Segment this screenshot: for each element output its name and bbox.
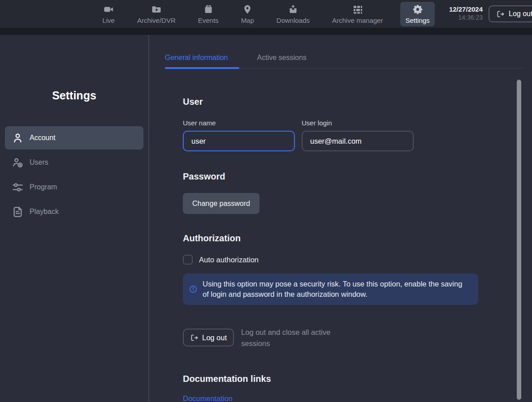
current-date: 12/27/2024: [449, 5, 483, 14]
gear-icon: [412, 4, 423, 15]
authorization-section-title: Authorization: [183, 233, 532, 244]
sidebar-item-users[interactable]: Users: [5, 151, 143, 174]
calendar-icon: [203, 4, 214, 15]
map-pin-icon: [242, 4, 253, 15]
auto-authorization-row: Auto authorization: [183, 255, 532, 265]
nav-item-map[interactable]: Map: [236, 2, 259, 26]
sidebar-title: Settings: [0, 89, 148, 102]
top-bar: Live Archive/DVR Events Map Downloads: [0, 0, 532, 28]
tab-active-sessions[interactable]: Active sessions: [257, 54, 307, 68]
documentation-link[interactable]: Documentation: [183, 394, 233, 402]
document-icon: [12, 206, 24, 218]
account-sections: User User name User login Password Chang…: [149, 97, 532, 402]
sidebar-item-account[interactable]: Account: [5, 126, 143, 150]
sidebar-item-playback[interactable]: Playback: [5, 200, 143, 223]
archive-grid-icon: [352, 4, 363, 15]
user-name-field: User name: [183, 119, 295, 151]
logout-button-top[interactable]: Log out: [489, 5, 532, 22]
nav-item-events[interactable]: Events: [193, 2, 224, 26]
user-name-input[interactable]: [183, 131, 295, 151]
sidebar-item-label: Program: [30, 183, 57, 191]
nav-item-label: Archive/DVR: [137, 17, 176, 24]
user-login-label: User login: [302, 119, 414, 127]
user-add-icon: [12, 157, 24, 169]
documentation-section-title: Documentation links: [183, 374, 532, 384]
folder-play-icon: [151, 4, 162, 15]
sidebar-item-program[interactable]: Program: [5, 175, 143, 199]
nav-item-archive-manager[interactable]: Archive manager: [327, 2, 388, 26]
nav-item-label: Downloads: [277, 17, 310, 24]
password-section-title: Password: [183, 171, 532, 182]
nav-item-settings[interactable]: Settings: [400, 2, 434, 26]
change-password-button[interactable]: Change password: [183, 193, 260, 214]
video-camera-icon: [103, 4, 114, 15]
nav-item-downloads[interactable]: Downloads: [272, 2, 315, 26]
nav-item-label: Live: [102, 17, 115, 24]
tab-general-information[interactable]: General information: [165, 54, 228, 68]
sidebar-item-label: Users: [30, 158, 48, 167]
security-warning-banner: Using this option may pose a security ri…: [183, 274, 478, 305]
nav-item-archive-dvr[interactable]: Archive/DVR: [132, 2, 181, 26]
logout-label: Log out: [509, 10, 532, 18]
user-section-title: User: [183, 97, 532, 107]
datetime-display: 12/27/2024 14:36:23: [449, 5, 483, 21]
user-name-label: User name: [183, 119, 295, 127]
logout-icon: [190, 334, 199, 342]
user-icon: [12, 132, 24, 144]
vertical-scrollbar[interactable]: [517, 80, 521, 400]
current-time: 14:36:23: [449, 14, 483, 22]
logout-icon: [496, 10, 505, 18]
info-icon: [189, 285, 198, 294]
nav-item-live[interactable]: Live: [97, 2, 120, 26]
nav-item-label: Settings: [405, 17, 429, 24]
nav-item-label: Map: [241, 17, 254, 24]
user-login-field: User login: [302, 119, 414, 151]
nav-item-label: Archive manager: [332, 17, 383, 24]
auto-authorization-label: Auto authorization: [199, 256, 259, 264]
auto-authorization-checkbox[interactable]: [183, 255, 193, 265]
settings-content: General information Active sessions User…: [149, 35, 532, 402]
sidebar-item-label: Playback: [30, 208, 59, 216]
logout-button-content[interactable]: Log out: [183, 329, 234, 346]
tab-bar: General information Active sessions: [165, 35, 523, 68]
download-box-icon: [288, 4, 298, 15]
logout-section: Log out Log out and close all active ses…: [183, 329, 532, 349]
nav-item-label: Events: [198, 17, 219, 24]
top-navigation: Live Archive/DVR Events Map Downloads: [97, 2, 434, 26]
logout-description: Log out and close all active sessions: [241, 327, 342, 349]
topbar-divider-strip: [0, 28, 532, 35]
security-warning-text: Using this option may pose a security ri…: [203, 279, 470, 299]
sidebar-item-label: Account: [30, 134, 56, 142]
sidebar-menu: Account Users Program Playback: [0, 126, 148, 223]
settings-sidebar: Settings Account Users Program: [0, 35, 149, 402]
sliders-icon: [12, 181, 24, 193]
logout-label: Log out: [202, 334, 227, 342]
user-login-input[interactable]: [302, 131, 414, 151]
user-fields-row: User name User login: [183, 119, 532, 151]
